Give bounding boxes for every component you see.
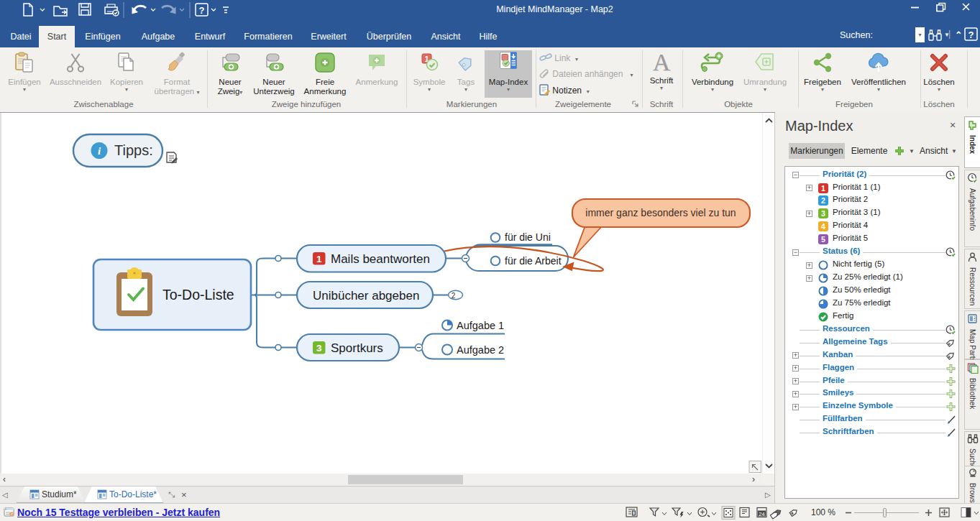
svg-text:Unibücher abgeben: Unibücher abgeben: [313, 289, 419, 303]
svg-text:?: ?: [199, 5, 205, 16]
svg-text:für die Uni: für die Uni: [505, 231, 551, 243]
svg-text:100 %: 100 %: [811, 507, 835, 517]
svg-text:?: ?: [968, 29, 974, 40]
svg-text:Mails beantworten: Mails beantworten: [331, 252, 430, 266]
svg-text:für die Arbeit: für die Arbeit: [505, 255, 562, 267]
svg-text:1: 1: [316, 254, 322, 264]
svg-text:Aufgabe 1: Aufgabe 1: [457, 320, 504, 331]
svg-text:Tipps:: Tipps:: [114, 142, 153, 158]
svg-text:Aufgabe 2: Aufgabe 2: [457, 344, 504, 356]
svg-text:To-Do-Liste: To-Do-Liste: [162, 287, 234, 303]
svg-text:3: 3: [316, 343, 322, 354]
svg-text:24: 24: [759, 511, 764, 517]
svg-text:Sportkurs: Sportkurs: [331, 341, 383, 355]
svg-text:2: 2: [452, 292, 456, 300]
svg-text:immer ganz besonders viel zu t: immer ganz besonders viel zu tun: [585, 207, 736, 218]
